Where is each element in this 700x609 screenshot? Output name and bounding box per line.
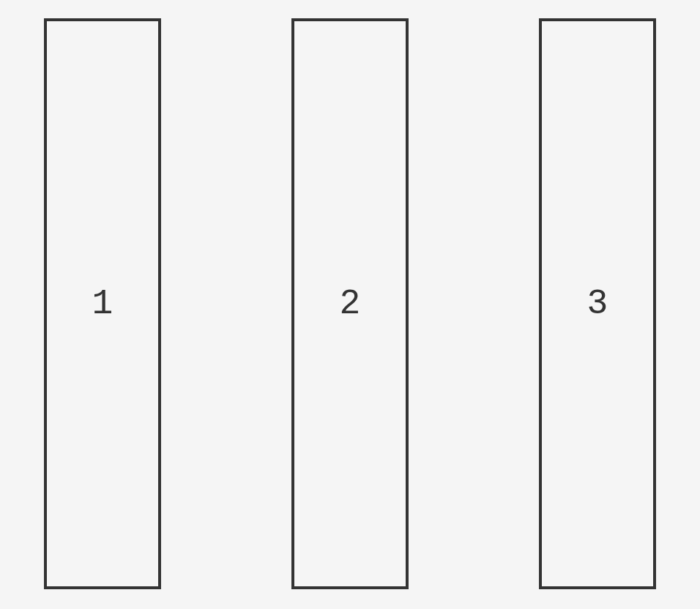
box-label: 3 [587, 284, 608, 324]
box-2: 2 [291, 18, 409, 589]
box-3: 3 [539, 18, 656, 589]
box-1: 1 [44, 18, 161, 589]
box-label: 1 [92, 284, 113, 324]
box-label: 2 [340, 284, 361, 324]
